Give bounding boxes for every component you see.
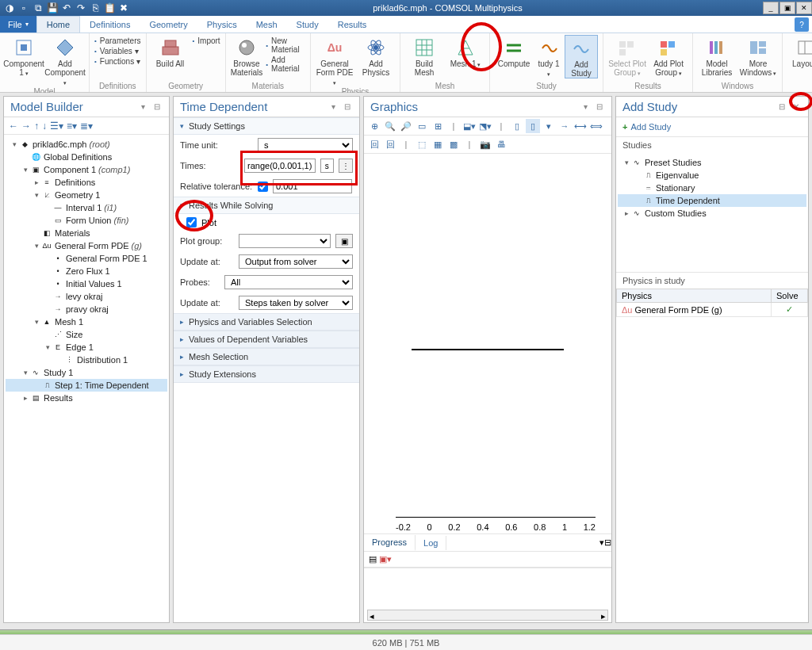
expand-icon[interactable]: ≡▾ [67,120,77,132]
delete-icon[interactable]: ✖ [117,2,130,14]
yz-icon[interactable]: ⬔▾ [478,119,492,133]
parameters-item[interactable]: Parameters [94,36,141,45]
tree-item[interactable]: ▾⟀Geometry 1 [6,189,167,201]
show-icon[interactable]: ☰▾ [50,120,63,132]
maximize-button[interactable]: ▣ [779,2,795,14]
study-settings-header[interactable]: ▾Study Settings [174,117,359,135]
tab-results[interactable]: Results [328,16,377,32]
select-icon[interactable]: ▯ [510,119,524,133]
help-icon[interactable]: ? [795,17,809,32]
collapsed-section[interactable]: ▸Values of Dependent Variables [174,331,359,348]
add-study-close-icon[interactable]: ✕ [791,101,802,113]
tree-item[interactable]: 🌐Global Definitions [6,151,167,163]
tree-item[interactable]: ⋰Size [6,328,167,341]
tree-item[interactable]: →pravy okraj [6,303,167,315]
graphics-canvas[interactable]: -0.200.20.40.60.811.2 [364,154,611,533]
compute-button[interactable]: Compute [495,35,533,68]
tree-item[interactable]: ⎍Step 1: Time Dependent [6,379,167,392]
tree-item[interactable]: ▾ΔuGeneral Form PDE(g) [6,239,167,252]
undo-icon[interactable]: ↶ [60,2,73,14]
tab-physics[interactable]: Physics [197,16,247,32]
tree-item[interactable]: ⎍Eigenvalue [618,169,806,182]
add-study-tree[interactable]: ▾∿Preset Studies⎍Eigenvalue⎓Stationary⎍T… [616,153,808,272]
down-icon[interactable]: ↓ [42,120,47,132]
tree-item[interactable]: ▾◆priklad6c.mph(root) [6,138,167,151]
zoom-in-icon[interactable]: 🔍 [383,119,397,133]
tree-item[interactable]: →levy okraj [6,290,167,303]
import-item[interactable]: Import [193,36,220,45]
add-component-button[interactable]: Add Component [46,35,84,87]
collapse-icon[interactable]: ≣▾ [80,120,93,132]
collapsed-section[interactable]: ▸Mesh Selection [174,348,359,365]
tree-item[interactable]: ⎓Stationary [618,182,806,194]
time-unit-select[interactable]: s [258,138,353,152]
zoom-out-icon[interactable]: 🔎 [399,119,413,133]
progress-stop-icon[interactable]: ▤ [369,554,377,564]
update-at-2-select[interactable]: Steps taken by solver [239,296,353,310]
t5-icon[interactable]: ▩ [446,137,461,151]
collapsed-section[interactable]: ▸Study Extensions [174,365,359,383]
camera-icon[interactable]: 📷 [478,137,492,151]
tab-home[interactable]: Home [36,16,80,32]
ruler3-icon[interactable]: ⟺ [589,119,603,133]
ruler-icon[interactable]: → [557,119,572,133]
tree-item[interactable]: ▾∿Study 1 [6,366,167,379]
component-button[interactable]: Component 1 [5,35,43,78]
t3-icon[interactable]: ⬚ [415,137,429,151]
select3-icon[interactable]: ▾ [542,119,556,133]
tree-item[interactable]: •Initial Values 1 [6,277,167,290]
tree-item[interactable]: ▾▣Component 1(comp1) [6,163,167,176]
functions-item[interactable]: Functions ▾ [94,57,141,66]
add-study-link[interactable]: Add Study [616,117,808,136]
xy-icon[interactable]: ⬓▾ [462,119,477,133]
tree-item[interactable]: ▾▲Mesh 1 [6,315,167,328]
t4-icon[interactable]: ▦ [431,137,445,151]
new-icon[interactable]: ▫ [17,2,30,14]
add-physics-button[interactable]: Add Physics [357,35,395,77]
paste-icon[interactable]: 📋 [103,2,116,14]
zoom-box-icon[interactable]: ▭ [415,119,429,133]
tree-item[interactable]: ▭Form Union(fin) [6,214,167,227]
tree-item[interactable]: •General Form PDE 1 [6,252,167,265]
pin-icon[interactable]: ▾ [137,101,148,113]
graphics-menu-icon[interactable]: ▾ [580,101,591,113]
tree-item[interactable]: ▸≡Definitions [6,176,167,189]
minimize-button[interactable]: _ [763,2,779,14]
tree-item[interactable]: ⋮Distribution 1 [6,354,167,366]
fwd-icon[interactable]: → [21,120,31,132]
tab-progress[interactable]: Progress [364,535,416,551]
general-form-pde-button[interactable]: ΔuGeneral Form PDE [316,35,354,87]
redo-icon[interactable]: ↷ [75,2,87,14]
open-icon[interactable]: ⧉ [32,2,44,14]
build-all-button[interactable]: Build All [151,35,190,68]
t2-icon[interactable]: 回 [383,137,397,151]
variables-item[interactable]: Variables ▾ [94,47,141,55]
build-mesh-button[interactable]: Build Mesh [405,35,443,77]
plot-group-select[interactable] [239,234,331,248]
back-icon[interactable]: ← [9,120,18,132]
add-material-item[interactable]: Add Material [266,55,305,73]
more-windows-button[interactable]: More Windows [739,35,777,78]
plot-checkbox[interactable] [186,217,197,228]
zoom-extents-icon[interactable]: ⊕ [367,119,381,133]
print-icon[interactable]: 🖶 [494,137,508,151]
zoom-sel-icon[interactable]: ⊞ [431,119,445,133]
tab-study[interactable]: Study [287,16,328,32]
tree-item[interactable]: ▾EEdge 1 [6,341,167,354]
add-plot-group-button[interactable]: Add Plot Group [649,35,688,78]
study-1-button[interactable]: tudy 1 [536,35,561,78]
model-libraries-button[interactable]: Model Libraries [698,35,736,77]
save-icon[interactable]: 💾 [46,2,59,14]
close-button[interactable]: ✕ [796,2,812,14]
bottom-pin-icon[interactable]: ⊟ [604,537,611,548]
plot-group-button[interactable]: ▣ [335,234,353,248]
mesh-1-button[interactable]: Mesh 1 [446,35,485,69]
rel-tol-input[interactable] [273,179,352,193]
update-at-select[interactable]: Output from solver [239,254,353,269]
results-while-solving-header[interactable]: ▾Results While Solving [174,197,359,214]
progress-clear-icon[interactable]: ▣▾ [379,554,392,564]
h-scrollbar[interactable]: ◂▸ [367,610,608,621]
table-row[interactable]: Δu General Form PDE (g)✓ [617,303,808,317]
up-icon[interactable]: ↑ [34,120,39,132]
pin2-icon[interactable]: ⊟ [151,101,163,113]
